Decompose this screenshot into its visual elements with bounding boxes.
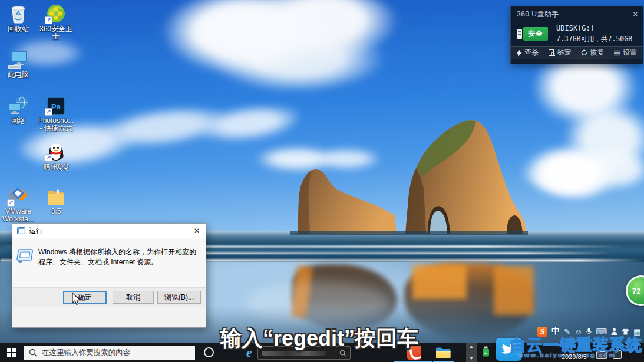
- panel-title: 360 U盘助手: [517, 9, 559, 19]
- search-placeholder: 在这里输入你要搜索的内容: [42, 348, 130, 358]
- recycle-bin-icon: [9, 4, 28, 24]
- close-icon[interactable]: ✕: [188, 224, 206, 238]
- scrollbar-down-icon[interactable]: [469, 357, 474, 360]
- usb-capacity: 7.37GB可用，共7.50GB: [556, 35, 632, 44]
- lightning-icon: [517, 49, 522, 57]
- run-dialog-titlebar[interactable]: 运行 ✕: [12, 224, 206, 238]
- video-subtitle: 输入“regedit”按回车: [220, 324, 418, 353]
- usb-drive-icon: [517, 29, 522, 39]
- desktop-icon-label: 网络: [0, 117, 37, 125]
- identify-icon: [549, 49, 555, 56]
- desktop-icon-label: 此电脑: [0, 71, 37, 79]
- network-icon: [7, 95, 29, 115]
- ok-button[interactable]: 确定: [63, 291, 107, 304]
- desktop-icon-recycle-bin[interactable]: 回收站: [0, 2, 37, 33]
- desktop-icon-network[interactable]: 网络: [0, 94, 37, 125]
- file-explorer-icon: [435, 346, 451, 359]
- speedball-percent: 72: [632, 287, 640, 295]
- 360-usb-helper-panel: 360 U盘助手 × 安全 UDISK(G:) 7.37GB可用，共7.50GB…: [510, 6, 643, 64]
- usb-safe-badge: 安全: [517, 27, 548, 41]
- svg-text:Ps: Ps: [51, 102, 61, 111]
- taskbar-date: 2020/8/5: [562, 353, 587, 360]
- desktop-icon-label2: - 快捷方式: [38, 125, 74, 132]
- cortana-button[interactable]: [204, 347, 214, 357]
- scrollbar-up-icon[interactable]: [469, 346, 474, 348]
- desktop-icon-label: 360安全卫士: [38, 25, 74, 41]
- this-pc-icon: [7, 49, 29, 69]
- taskbar-search-box[interactable]: 在这里输入你要搜索的内容: [24, 345, 196, 360]
- run-dialog-icon: [17, 227, 25, 234]
- run-program-icon: [16, 247, 36, 265]
- desktop-icon-label: 回收站: [0, 25, 37, 33]
- run-dialog-button-strip: 确定 取消 浏览(B)...: [12, 287, 206, 307]
- desktop-icon-label: 8.5: [38, 208, 74, 215]
- shortcut-arrow-icon: ↗: [45, 16, 52, 24]
- folder-icon: [47, 188, 65, 206]
- shortcut-arrow-icon: ↗: [7, 199, 15, 207]
- desktop-icon-label2: Worksta...: [0, 215, 37, 223]
- desktop-screen: 回收站 ↗ 360安全卫士 此电脑: [0, 0, 644, 362]
- usb-disk-name: UDISK(G:): [556, 24, 632, 32]
- start-button[interactable]: [0, 343, 24, 362]
- desktop-icon-photoshop[interactable]: Ps ↗ Photosho... - 快捷方式: [38, 94, 74, 132]
- wallpaper-rocks: [277, 112, 542, 235]
- rock-reflection: [412, 265, 467, 299]
- windows-logo-icon: [7, 348, 16, 357]
- scan-button[interactable]: 查杀: [517, 48, 539, 58]
- browse-button[interactable]: 浏览(B)...: [157, 291, 201, 304]
- run-dialog-description: Windows 将根据你所输入的名称，为你打开相应的程序、文件夹、文档或 Int…: [38, 247, 199, 267]
- scrollbar-fragment[interactable]: [466, 343, 477, 362]
- settings-button[interactable]: 设置: [614, 48, 637, 58]
- desktop-icon-qq[interactable]: ↗ 腾讯QQ: [38, 140, 74, 171]
- shortcut-arrow-icon: ↗: [45, 108, 52, 116]
- recover-button[interactable]: 恢复: [581, 48, 604, 58]
- safe-chip-label: 安全: [523, 27, 548, 41]
- cancel-button[interactable]: 取消: [113, 291, 154, 304]
- search-icon: [29, 348, 37, 357]
- close-icon[interactable]: ×: [633, 10, 638, 18]
- run-dialog: 运行 ✕ Windows 将根据你所输入的名称，为你打开相应的程序、文件夹、文档…: [12, 223, 206, 328]
- mouse-cursor: [72, 293, 81, 305]
- tray-usb-icon[interactable]: [481, 346, 490, 357]
- shortcut-arrow-icon: ↗: [45, 154, 52, 162]
- desktop-icon-vmware[interactable]: ↗ VMware Worksta...: [0, 185, 37, 223]
- desktop-icon-label: 腾讯QQ: [38, 163, 74, 171]
- taskbar-file-explorer[interactable]: [434, 346, 452, 360]
- desktop-icon-this-pc[interactable]: 此电脑: [0, 48, 37, 79]
- desktop-icon-folder-85[interactable]: 8.5: [38, 185, 74, 215]
- refresh-icon: [581, 49, 587, 56]
- run-dialog-title: 运行: [29, 226, 43, 236]
- skin-shirt-icon[interactable]: [622, 328, 629, 335]
- desktop-icon-360-security[interactable]: ↗ 360安全卫士: [38, 2, 74, 41]
- settings-list-icon: [614, 50, 620, 56]
- identify-button[interactable]: 鉴定: [549, 48, 572, 58]
